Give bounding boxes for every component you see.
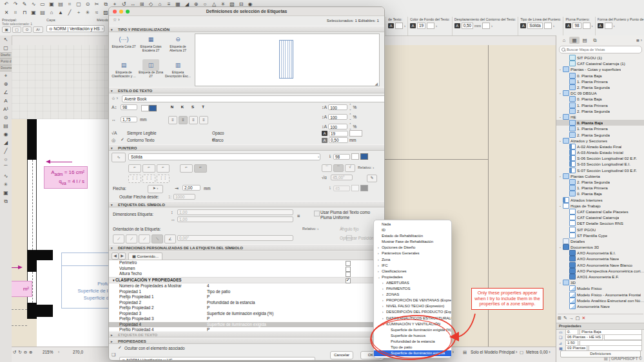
- edit-view-icon[interactable]: ✎: [563, 316, 567, 321]
- scale-field[interactable]: 100: [328, 124, 347, 129]
- menu-item[interactable]: ID: [374, 227, 451, 233]
- label-type-item[interactable]: ⊖ Etiqueta de Abertura 27: [164, 33, 191, 59]
- menu-item[interactable]: ›IFC: [374, 263, 451, 269]
- table-row[interactable]: Propiedad 3 Superficie de iluminación ex…: [109, 311, 384, 317]
- stepper-icon[interactable]: ⌃⌄: [349, 113, 351, 120]
- zoom-control-icon[interactable]: ⊕: [29, 350, 32, 355]
- infobox-group[interactable]: Pluma Puntero: A 98 ›: [563, 17, 594, 35]
- menu-item[interactable]: Profundidad de la estancia: [374, 339, 451, 345]
- tree-item[interactable]: ⌄ Plantas - Cotas y superficies: [556, 66, 644, 72]
- color-swatch[interactable]: [427, 23, 434, 29]
- tree-item[interactable]: SIT PGOU (1): [556, 55, 644, 61]
- layer-combo[interactable]: ⊙ NORM | Ventilación y HS›: [46, 25, 104, 32]
- label-type-item[interactable]: ▦ Etiqueta Cotas Escalera 27: [137, 33, 164, 59]
- spacing-field[interactable]: [121, 117, 137, 122]
- tool-icon[interactable]: ╱: [65, 10, 74, 15]
- tool-icon[interactable]: ╱: [1, 147, 10, 155]
- orientation-angle-field[interactable]: [177, 235, 293, 241]
- connection-style-button[interactable]: ⌐: [194, 164, 207, 173]
- toolbox-section-label[interactable]: Punto d: [0, 59, 12, 65]
- section-header-custom[interactable]: DEFINICIONES PERSONALIZADAS DE LA ETIQUE…: [109, 244, 384, 251]
- table-row[interactable]: Altura Techo: [109, 271, 384, 277]
- tool-icon[interactable]: ⌖: [1, 71, 10, 80]
- orientation-button[interactable]: ⟋: [113, 234, 124, 243]
- infobox-pen-value[interactable]: 19: [417, 23, 425, 29]
- corner-style-button[interactable]: ⌒: [333, 164, 344, 172]
- outline-offset-field[interactable]: [329, 137, 348, 143]
- menu-item[interactable]: ›ZONAS: [374, 292, 451, 298]
- menu-item[interactable]: Tipo de patio: [374, 345, 451, 350]
- selection-mode-button[interactable]: ▣: [2, 26, 11, 33]
- zoom-control-icon[interactable]: ↻: [18, 350, 21, 355]
- connection-style-button[interactable]: ⌐: [128, 164, 141, 173]
- menu-item[interactable]: ›Clasificaciones: [374, 269, 451, 274]
- tree-item[interactable]: CAT Catastral Calle Placetes: [556, 209, 644, 214]
- navigator-search[interactable]: [559, 46, 642, 53]
- orientation-button[interactable]: ⟋: [126, 234, 137, 243]
- menu-item[interactable]: ⌄Propiedades: [374, 274, 451, 280]
- tree-item[interactable]: AXO Axonometria E.I.: [556, 250, 644, 256]
- new-folder-icon[interactable]: ⊞: [558, 316, 561, 321]
- display-icon[interactable]: ▢: [520, 350, 523, 355]
- uniform-pen-checkbox[interactable]: [314, 211, 320, 216]
- tree-item[interactable]: AXO1 Axonometria E.F.: [556, 274, 644, 280]
- tool-icon[interactable]: ✳: [1, 180, 10, 189]
- view-property-row[interactable]: ▭ 0. Planta Baja: [556, 329, 644, 335]
- label-type-item[interactable]: ▥ Etiqueta Descripción Esc...: [164, 59, 191, 84]
- tool-icon[interactable]: ▤: [56, 1, 65, 7]
- table-row[interactable]: Prefijo Propiedad 2 P: [109, 305, 384, 311]
- ventilation-label[interactable]: Aadm = 16 cm² qva = 4 l / s: [44, 166, 88, 189]
- prev-tab-button[interactable]: ◀: [112, 252, 119, 260]
- tool-icon[interactable]: ▲: [56, 10, 65, 15]
- color-swatch[interactable]: [583, 23, 590, 29]
- section-header-etiqueta-texto[interactable]: ETIQUETA DE TEXTO: [109, 331, 384, 338]
- project-map-icon[interactable]: ⌂: [559, 37, 569, 44]
- hide-arrow-scale-field[interactable]: [173, 194, 195, 200]
- tool-icon[interactable]: ✂: [92, 1, 101, 7]
- view-property-row[interactable]: ⊿ 1:50: [556, 340, 644, 346]
- tool-icon[interactable]: ⧉: [101, 1, 110, 8]
- zoom-level[interactable]: 215%: [43, 350, 53, 354]
- tool-icon[interactable]: ▭: [38, 1, 47, 7]
- infobox-group[interactable]: Desplazamiento del Contorno del Texto: A…: [452, 17, 518, 35]
- tool-icon[interactable]: A¹: [1, 105, 10, 113]
- tool-icon[interactable]: ✳: [83, 10, 92, 15]
- tree-item[interactable]: A-02 Alzado Estado Final: [556, 144, 644, 149]
- section-header-simbolo[interactable]: ETIQUETA DEL SÍMBOLO: [109, 201, 384, 207]
- orientation-button[interactable]: ⟋: [139, 234, 150, 243]
- dialog-layer-combo[interactable]: ⊙ NORM | Ventilación y HS›: [119, 357, 315, 361]
- tool-icon[interactable]: ▣: [47, 1, 56, 7]
- font-combo[interactable]: Avenir Book⌄: [122, 95, 384, 102]
- tool-icon[interactable]: ⊓: [20, 10, 29, 15]
- tool-icon[interactable]: ◢: [1, 138, 10, 147]
- orientation-button[interactable]: ⟍: [151, 234, 163, 243]
- tool-icon[interactable]: ○: [1, 155, 10, 164]
- color-swatch[interactable]: [482, 23, 490, 29]
- zoom-button[interactable]: [126, 10, 130, 14]
- label-height-field[interactable]: [177, 209, 293, 215]
- tree-item[interactable]: 2. Planta Segunda: [556, 108, 644, 114]
- table-row[interactable]: Propiedad 4 Superficie de iluminación ex…: [109, 322, 384, 328]
- tree-item[interactable]: S-03 Sección Longitudinal E.I.: [556, 161, 644, 167]
- tree-item[interactable]: 1. Planta Primera: [556, 185, 644, 191]
- tool-icon[interactable]: ↖: [1, 35, 10, 44]
- delete-icon[interactable]: ✕: [581, 316, 585, 321]
- menu-item[interactable]: Mostrar Fase de Rehabilitación: [374, 239, 451, 245]
- toolbox-section-label[interactable]: Docume: [0, 65, 12, 71]
- align-left-button[interactable]: ≡: [168, 116, 177, 124]
- tool-icon[interactable]: ⌗: [65, 1, 74, 8]
- hide-with-element-checkbox[interactable]: [118, 346, 122, 350]
- stepper-icon[interactable]: ⌃⌄: [349, 103, 351, 111]
- tree-item[interactable]: ⌄ Hojas de Trabajo: [556, 203, 644, 209]
- search-input[interactable]: [565, 47, 639, 52]
- pen-button[interactable]: ⊙: [23, 26, 32, 33]
- tree-item[interactable]: Modelo Físico: [556, 285, 644, 291]
- tool-icon[interactable]: ↷: [11, 1, 20, 7]
- swatch[interactable]: [351, 153, 359, 160]
- view-property-row[interactable]: ❏ 06 Plantas - HE HS: [556, 335, 644, 341]
- section-header-tipo[interactable]: TIPO Y PREVISUALIZACIÓN: [109, 26, 384, 32]
- tree-item[interactable]: 2. Planta Segunda: [556, 84, 644, 90]
- color-swatch[interactable]: [395, 23, 403, 29]
- tree-item[interactable]: S-06 Sección Longitudinal 02 E.F.: [556, 155, 644, 161]
- scale-field[interactable]: 100: [328, 114, 347, 120]
